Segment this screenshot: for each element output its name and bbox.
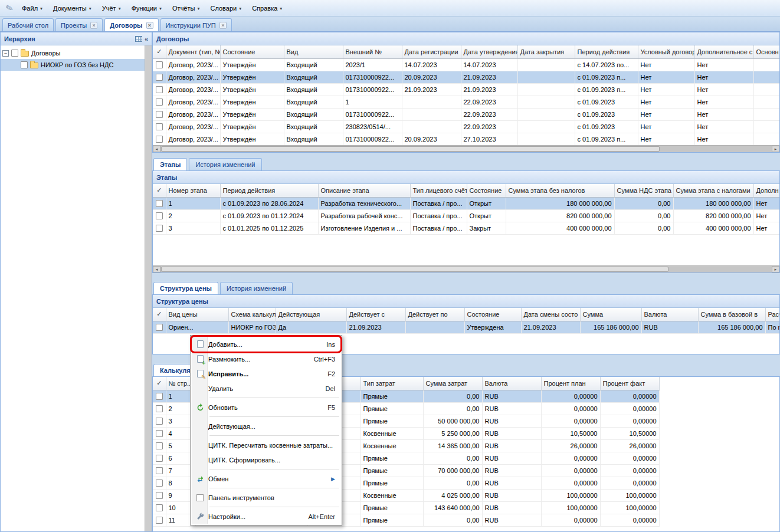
row-checkbox[interactable] [156, 61, 163, 68]
stages-hscrollbar[interactable]: ◄ ► [153, 265, 779, 272]
row-checkbox[interactable] [156, 86, 163, 93]
row-checkbox[interactable] [156, 467, 163, 474]
column-header[interactable]: Условный договор [638, 45, 694, 58]
column-header[interactable]: Дата регистрации [402, 45, 461, 58]
scroll-right-button[interactable]: ► [772, 266, 779, 272]
column-header[interactable]: Валюта [482, 377, 541, 390]
select-all-header[interactable]: ✓ [153, 377, 166, 390]
table-row[interactable]: 1с 01.09.2023 по 28.06.2024Разработка те… [153, 197, 779, 209]
tab-close-icon[interactable]: × [146, 22, 153, 29]
column-header[interactable]: Сумма в базовой в [698, 308, 765, 321]
column-header[interactable]: Действует по [405, 308, 464, 321]
column-header[interactable]: Сумма НДС этапа [614, 184, 673, 197]
menubar-item-6[interactable]: Словари▾ [205, 2, 247, 14]
menu-item-citk-recalc[interactable]: ЦИТК. Пересчитать косвенные затраты... [192, 438, 340, 452]
row-checkbox[interactable] [156, 517, 163, 524]
row-checkbox[interactable] [156, 200, 163, 207]
scroll-left-button[interactable]: ◄ [153, 266, 160, 272]
table-row[interactable]: Договор, 2023/...УтверждёнВходящий122.09… [153, 96, 779, 108]
tree-checkbox[interactable] [21, 61, 28, 68]
column-header[interactable]: Номер этапа [166, 184, 220, 197]
menu-item-refresh[interactable]: ОбновитьF5 [192, 400, 340, 415]
select-all-header[interactable]: ✓ [153, 45, 166, 58]
menubar-item-1[interactable]: Файл▾ [17, 2, 48, 14]
row-checkbox[interactable] [156, 405, 163, 412]
menubar-item-2[interactable]: Документы▾ [48, 2, 97, 14]
row-checkbox[interactable] [156, 393, 163, 400]
column-header[interactable]: Состояние [464, 308, 521, 321]
table-row[interactable]: 3с 01.01.2025 по 01.12.2025Изготовление … [153, 222, 779, 234]
column-header[interactable]: Схема калькуляци [228, 308, 276, 321]
tab-stages[interactable]: Этапы [153, 158, 187, 170]
column-header[interactable]: Сумма этапа без налогов [506, 184, 614, 197]
column-header[interactable]: Действует с [346, 308, 405, 321]
column-header[interactable]: Сумма [580, 308, 641, 321]
scroll-thumb[interactable] [161, 146, 660, 152]
column-header[interactable]: Описание этапа [318, 184, 410, 197]
row-checkbox[interactable] [156, 123, 163, 130]
column-header[interactable]: Сумма этапа с налогами [673, 184, 753, 197]
row-checkbox[interactable] [156, 136, 163, 143]
column-header[interactable]: Состояние [220, 45, 284, 58]
column-header[interactable]: Расчёт [765, 308, 779, 321]
menu-item-citk-form[interactable]: ЦИТК. Сформировать... [192, 452, 340, 467]
tab-close-icon[interactable]: × [90, 22, 97, 29]
column-header[interactable]: Валюта [641, 308, 698, 321]
table-row[interactable]: Договор, 2023/...УтверждёнВходящий017310… [153, 133, 779, 145]
column-header[interactable]: Дополн [753, 184, 779, 197]
column-header[interactable]: Документ (тип, № [166, 45, 220, 58]
column-header[interactable]: Вид [284, 45, 343, 58]
select-all-header[interactable]: ✓ [153, 308, 166, 321]
menu-item-exchange[interactable]: Обмен▶ [192, 471, 340, 486]
menu-item-current[interactable]: Действующая... [192, 419, 340, 434]
row-checkbox[interactable] [156, 111, 163, 118]
column-header[interactable]: Дата смены состо [521, 308, 580, 321]
column-header[interactable]: Период действия [220, 184, 318, 197]
column-header[interactable]: Вид цены [166, 308, 228, 321]
column-header[interactable]: Тип затрат [360, 377, 423, 390]
tree-node-2[interactable]: НИОКР по ГОЗ без НДС [1, 59, 145, 71]
menu-item-add[interactable]: Добавить...Ins [192, 337, 340, 352]
menubar-item-5[interactable]: Отчёты▾ [167, 2, 205, 14]
table-row[interactable]: Договор, 2023/...УтверждёнВходящий230823… [153, 120, 779, 133]
table-row[interactable]: 2с 01.09.2023 по 01.12.2024Разработка ра… [153, 209, 779, 222]
table-row[interactable]: Договор, 2023/...УтверждёнВходящий017310… [153, 71, 779, 83]
row-checkbox[interactable] [156, 74, 163, 81]
scroll-right-button[interactable]: ► [772, 146, 779, 152]
hierarchy-grid-view-button[interactable] [135, 36, 142, 42]
row-checkbox[interactable] [156, 430, 163, 437]
menubar-item-7[interactable]: Справка▾ [247, 2, 287, 14]
tree-checkbox[interactable] [11, 50, 18, 57]
collapse-panel-button[interactable]: « [145, 35, 148, 42]
column-header[interactable]: Период действия [575, 45, 638, 58]
tab-close-icon[interactable]: × [219, 22, 227, 29]
column-header[interactable]: Сумма затрат [423, 377, 482, 390]
menubar-item-3[interactable]: Учёт▾ [97, 2, 126, 14]
menu-item-edit[interactable]: ✎Исправить...F2 [192, 366, 340, 381]
column-header[interactable]: Дата закрытия [517, 45, 575, 58]
row-checkbox[interactable] [156, 98, 163, 106]
row-checkbox[interactable] [156, 212, 163, 219]
contracts-hscrollbar[interactable]: ◄ ► [153, 145, 779, 152]
menu-item-settings[interactable]: Настройки...Alt+Enter [192, 509, 340, 524]
row-checkbox[interactable] [156, 324, 163, 331]
main-tab-3[interactable]: Договоры× [104, 18, 158, 31]
row-checkbox[interactable] [156, 455, 163, 462]
row-checkbox[interactable] [156, 480, 163, 487]
column-header[interactable]: Внешний № [343, 45, 402, 58]
row-checkbox[interactable] [156, 504, 163, 511]
main-tab-2[interactable]: Проекты× [55, 18, 103, 31]
column-header[interactable]: Состояние [467, 184, 506, 197]
panel-splitter[interactable] [145, 45, 152, 531]
row-checkbox[interactable] [156, 442, 163, 449]
menubar-item-4[interactable]: Функции▾ [126, 2, 167, 14]
main-tab-4[interactable]: Инструкции ПУП× [160, 18, 232, 31]
table-row[interactable]: Ориен...НИОКР по ГОЗДа21.09.2023Утвержде… [153, 321, 779, 333]
column-header[interactable]: Действующая [276, 308, 346, 321]
tree-expander-icon[interactable]: − [2, 50, 9, 57]
column-header[interactable]: Процент факт [600, 377, 659, 390]
tab-price-structure[interactable]: Структура цены [153, 282, 218, 294]
tab-stages-history[interactable]: История изменений [189, 158, 261, 170]
column-header[interactable]: Дата утверждения [461, 45, 517, 58]
table-row[interactable]: Договор, 2023/...УтверждёнВходящий017310… [153, 83, 779, 96]
